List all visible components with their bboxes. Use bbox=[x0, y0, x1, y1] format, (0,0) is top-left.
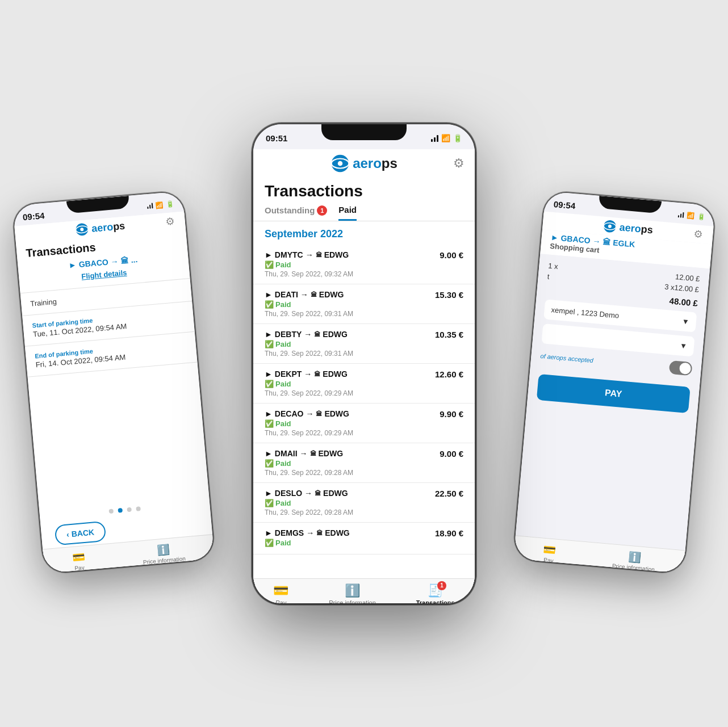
right-cart-item-1-qty: 1 x bbox=[548, 261, 559, 270]
tx-from-7: DEMGS bbox=[275, 528, 304, 537]
right-pay-icon: 💳 bbox=[543, 543, 557, 556]
tx-arrow-2: ► bbox=[265, 330, 273, 339]
table-row[interactable]: ► DESLO → 🏛 EDWG ✅ Paid Thu, 29. Sep 202… bbox=[253, 483, 475, 523]
table-row[interactable]: ► DMAII → 🏛 EDWG ✅ Paid Thu, 29. Sep 202… bbox=[253, 443, 475, 483]
center-logo-icon bbox=[330, 154, 350, 173]
tx-amount-0: 9.00 € bbox=[440, 250, 463, 260]
tx-route-5: ► DMAII → 🏛 EDWG bbox=[265, 449, 353, 458]
right-airport-icon: 🏛 bbox=[603, 237, 611, 246]
left-back-button[interactable]: ‹ BACK bbox=[55, 520, 107, 545]
center-nav-badge-wrap: 🧾 1 bbox=[428, 583, 443, 598]
phone-right: 09:54 📶 🔋 bbox=[513, 191, 716, 573]
right-nav-pay-label: Pay bbox=[543, 556, 554, 563]
tab-paid[interactable]: Paid bbox=[338, 205, 357, 221]
tx-from-6: DESLO bbox=[275, 489, 302, 498]
tx-arrow-1: ► bbox=[265, 290, 273, 299]
right-pay-button[interactable]: PAY bbox=[537, 373, 691, 413]
center-nav-price[interactable]: ℹ️ Price information bbox=[329, 583, 376, 603]
tx-left-0: ► DMYTC → 🏛 EDWG ✅ Paid Thu, 29. Sep 202… bbox=[265, 250, 353, 278]
tx-left-6: ► DESLO → 🏛 EDWG ✅ Paid Thu, 29. Sep 202… bbox=[265, 489, 353, 516]
tx-left-7: ► DEMGS → 🏛 EDWG ✅ Paid bbox=[265, 528, 350, 548]
tx-amount-2: 10.35 € bbox=[435, 330, 463, 339]
tx-amount-5: 9.00 € bbox=[440, 449, 463, 459]
center-logo-aero: aero bbox=[353, 156, 382, 171]
left-status-icons: 📶 🔋 bbox=[147, 200, 175, 209]
transaction-list: ► DMYTC → 🏛 EDWG ✅ Paid Thu, 29. Sep 202… bbox=[253, 245, 475, 578]
tx-arrow-6: ► bbox=[265, 489, 273, 498]
left-signal bbox=[147, 203, 153, 209]
tx-status-6: ✅ Paid bbox=[265, 499, 353, 507]
tx-amount-3: 12.60 € bbox=[435, 369, 463, 379]
right-nav-price[interactable]: ℹ️ Price information bbox=[612, 549, 656, 572]
right-toggle[interactable] bbox=[669, 360, 693, 375]
tx-status-1: ✅ Paid bbox=[265, 300, 353, 309]
tx-left-5: ► DMAII → 🏛 EDWG ✅ Paid Thu, 29. Sep 202… bbox=[265, 449, 353, 477]
tx-left-2: ► DEBTY → 🏛 EDWG ✅ Paid Thu, 29. Sep 202… bbox=[265, 330, 353, 358]
right-gear-icon[interactable]: ⚙ bbox=[693, 227, 703, 240]
tx-to-6: EDWG bbox=[323, 489, 348, 498]
tx-check-5: ✅ bbox=[265, 459, 274, 468]
tx-left-3: ► DEKPT → 🏛 EDWG ✅ Paid Thu, 29. Sep 202… bbox=[265, 369, 353, 397]
tx-airport-icon-7: 🏛 bbox=[316, 530, 323, 536]
tx-to-1: EDWG bbox=[319, 290, 344, 299]
center-nav-transactions[interactable]: 🧾 1 Transactions bbox=[416, 583, 455, 603]
tx-sep-2: → bbox=[304, 330, 312, 339]
left-gear-icon[interactable]: ⚙ bbox=[165, 215, 175, 228]
tx-status-5: ✅ Paid bbox=[265, 459, 353, 468]
tx-date-3: Thu, 29. Sep 2022, 09:29 AM bbox=[265, 389, 353, 397]
center-nav-pay[interactable]: 💳 Pay bbox=[273, 583, 288, 603]
tx-left-4: ► DECAO → 🏛 EDWG ✅ Paid Thu, 29. Sep 202… bbox=[265, 409, 353, 437]
tx-amount-1: 15.30 € bbox=[435, 290, 463, 300]
left-nav-price[interactable]: ℹ️ Price information bbox=[141, 541, 186, 565]
center-status-icons: 📶 🔋 bbox=[431, 134, 462, 142]
right-signal bbox=[678, 212, 684, 218]
left-back-label: BACK bbox=[71, 527, 95, 538]
tx-check-6: ✅ bbox=[265, 499, 274, 507]
left-nav-price-label: Price information bbox=[143, 555, 186, 565]
right-aerops-logo: aerops bbox=[603, 218, 654, 237]
tx-status-0: ✅ Paid bbox=[265, 260, 353, 269]
left-logo-aero: aero bbox=[91, 221, 114, 234]
right-battery-icon: 🔋 bbox=[697, 212, 705, 220]
tx-airport-icon-6: 🏛 bbox=[315, 490, 321, 497]
right-total-amount: 48.00 £ bbox=[669, 296, 698, 308]
tx-status-label-3: Paid bbox=[275, 380, 291, 388]
center-nav-transactions-badge: 1 bbox=[437, 581, 446, 590]
center-app-header: aerops ⚙ bbox=[253, 149, 475, 178]
tab-outstanding[interactable]: Outstanding 1 bbox=[265, 205, 327, 221]
tx-route-0: ► DMYTC → 🏛 EDWG bbox=[265, 250, 353, 259]
table-row[interactable]: ► DEMGS → 🏛 EDWG ✅ Paid 18.90 € bbox=[253, 523, 475, 554]
tx-arrow-7: ► bbox=[265, 528, 273, 537]
tx-route-7: ► DEMGS → 🏛 EDWG bbox=[265, 528, 350, 537]
table-row[interactable]: ► DMYTC → 🏛 EDWG ✅ Paid Thu, 29. Sep 202… bbox=[253, 245, 475, 284]
table-row[interactable]: ► DEKPT → 🏛 EDWG ✅ Paid Thu, 29. Sep 202… bbox=[253, 364, 475, 404]
tx-route-4: ► DECAO → 🏛 EDWG bbox=[265, 409, 353, 418]
tx-check-1: ✅ bbox=[265, 300, 274, 309]
left-phone-inner: 09:54 📶 🔋 bbox=[12, 191, 215, 573]
left-route-arrow: ► bbox=[68, 260, 77, 270]
table-row[interactable]: ► DEATI → 🏛 EDWG ✅ Paid Thu, 29. Sep 202… bbox=[253, 284, 475, 324]
tx-to-4: EDWG bbox=[324, 409, 349, 418]
tx-status-label-6: Paid bbox=[275, 499, 291, 507]
tx-check-0: ✅ bbox=[265, 260, 274, 269]
center-tabs-row: Outstanding 1 Paid bbox=[253, 203, 475, 221]
tx-sep-4: → bbox=[306, 409, 313, 418]
right-logo-ps: ps bbox=[641, 223, 654, 236]
left-route-ellipsis: ... bbox=[131, 255, 138, 264]
left-price-icon: ℹ️ bbox=[157, 543, 170, 557]
tx-to-0: EDWG bbox=[324, 250, 349, 259]
right-route-to: EGLK bbox=[613, 238, 635, 249]
table-row[interactable]: ► DECAO → 🏛 EDWG ✅ Paid Thu, 29. Sep 202… bbox=[253, 404, 475, 443]
right-route-sep: → bbox=[592, 236, 601, 246]
left-pay-icon: 💳 bbox=[72, 550, 85, 564]
tx-amount-4: 9.90 € bbox=[440, 409, 463, 419]
left-nav-pay[interactable]: 💳 Pay bbox=[72, 550, 86, 571]
table-row[interactable]: ► DEBTY → 🏛 EDWG ✅ Paid Thu, 29. Sep 202… bbox=[253, 324, 475, 364]
center-gear-icon[interactable]: ⚙ bbox=[453, 156, 465, 171]
right-nav-pay[interactable]: 💳 Pay bbox=[542, 543, 557, 564]
tx-from-4: DECAO bbox=[275, 409, 304, 418]
left-dot-4 bbox=[136, 506, 141, 511]
right-dropdown-1-arrow: ▼ bbox=[681, 317, 689, 326]
tx-status-label-2: Paid bbox=[275, 340, 291, 348]
transactions-page: aerops ⚙ Transactions Outstanding 1 Paid… bbox=[253, 149, 475, 603]
